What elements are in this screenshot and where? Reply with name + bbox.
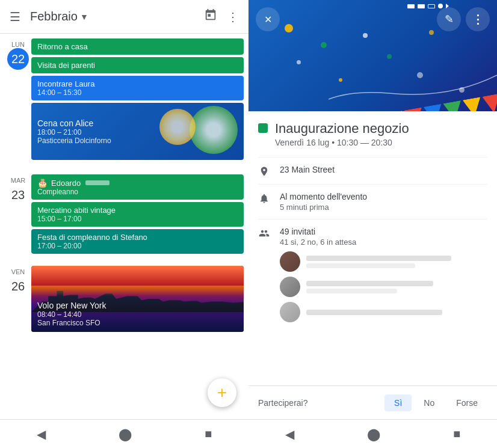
event-birthday-edoardo[interactable]: 🎂 Edoardo Compleanno: [31, 174, 244, 200]
more-vert-icon[interactable]: ⋮: [227, 10, 239, 24]
event-hero: ✕ ✎ ⋮: [248, 0, 497, 111]
attendee-item: [280, 302, 487, 322]
day-section-23: MAR 23 🎂 Edoardo Compleanno Mercatino ab…: [0, 170, 248, 259]
event-title: Visita dei parenti: [37, 61, 238, 70]
flight-title: Volo per New York: [37, 301, 238, 310]
day-section-22: LUN 22 Ritorno a casa Visita dei parenti…: [0, 34, 248, 167]
event-title: Incontrare Laura: [37, 79, 238, 88]
event-cena[interactable]: Cena con Alice 18:00 – 21:00 Pasticceria…: [31, 103, 244, 160]
fab-plus-icon: +: [217, 384, 227, 401]
day-name-26: VEN: [11, 268, 25, 275]
header-icons: ⋮: [204, 8, 239, 25]
event-festa[interactable]: Festa di compleanno di Stefano 17:00 – 2…: [31, 229, 244, 254]
more-button[interactable]: ⋮: [466, 7, 490, 31]
event-incontrare[interactable]: Incontrare Laura 14:00 – 15:30: [31, 76, 244, 100]
close-button[interactable]: ✕: [256, 7, 280, 31]
event-title: Ritorno a casa: [37, 42, 238, 51]
edit-button[interactable]: ✎: [437, 7, 461, 31]
location-row: 23 Main Street: [258, 157, 487, 184]
left-panel: ☰ Febbraio ▼ ⋮ LUN 22 Ritorno a casa: [0, 0, 248, 448]
event-title: Festa di compleanno di Stefano: [37, 233, 238, 242]
rsvp-label: Parteciperai?: [258, 398, 384, 408]
event-time: 14:00 – 15:30: [37, 88, 238, 97]
rsvp-no-button[interactable]: No: [414, 394, 444, 411]
event-date: Venerdì 16 lug • 10:30 — 20:30: [275, 138, 409, 147]
day-events-23: 🎂 Edoardo Compleanno Mercatino abiti vin…: [31, 174, 244, 259]
cena-location: Pasticceria Dolcinforno: [37, 137, 238, 145]
notification-primary: Al momento dell'evento: [280, 192, 487, 201]
attendees-count: 49 invitati: [280, 227, 487, 236]
event-time: 15:00 – 17:00: [37, 215, 238, 223]
notification-row: Al momento dell'evento 5 minuti prima: [258, 184, 487, 219]
flight-location: San Francisco SFO: [37, 319, 238, 327]
fab-button[interactable]: +: [208, 378, 236, 407]
menu-icon[interactable]: ☰: [10, 10, 20, 24]
edit-icon: ✎: [445, 13, 454, 26]
left-header: ☰ Febbraio ▼ ⋮: [0, 0, 248, 34]
day-label-23: MAR 23: [5, 174, 31, 259]
attendee-item: [280, 251, 487, 272]
event-ritorno[interactable]: Ritorno a casa: [31, 38, 244, 55]
attendees-detail: 41 si, 2 no, 6 in attesa: [280, 238, 487, 247]
day-name-22: LUN: [11, 41, 25, 48]
event-title: Mercatino abiti vintage: [37, 206, 238, 215]
event-flight[interactable]: Volo per New York 08:40 – 14:40 San Fran…: [31, 266, 244, 332]
square-button[interactable]: ■: [453, 427, 460, 441]
birthday-title: Edoardo: [51, 179, 81, 188]
attendees-row: 49 invitati 41 si, 2 no, 6 in attesa: [258, 219, 487, 330]
back-button[interactable]: ◀: [37, 427, 46, 441]
square-button[interactable]: ■: [205, 427, 212, 441]
day-number-23: 23: [7, 184, 29, 206]
day-number-26: 26: [7, 275, 29, 297]
event-main-title: Inaugurazione negozio: [275, 121, 409, 137]
rsvp-options: Sì No Forse: [384, 394, 487, 411]
day-label-22: LUN 22: [5, 38, 31, 167]
dropdown-arrow-icon: ▼: [80, 12, 88, 22]
hero-actions: ✕ ✎ ⋮: [256, 7, 490, 31]
event-color-indicator: [258, 123, 268, 133]
back-button[interactable]: ◀: [285, 427, 294, 441]
day-events-22: Ritorno a casa Visita dei parenti Incont…: [31, 38, 244, 167]
home-button[interactable]: ⬤: [367, 427, 380, 441]
event-visita[interactable]: Visita dei parenti: [31, 57, 244, 73]
event-mercatino[interactable]: Mercatino abiti vintage 15:00 – 17:00: [31, 202, 244, 227]
day-events-26: Volo per New York 08:40 – 14:40 San Fran…: [31, 266, 244, 337]
day-name-23: MAR: [11, 177, 25, 184]
close-icon: ✕: [264, 14, 272, 25]
rsvp-si-button[interactable]: Sì: [384, 394, 412, 411]
left-bottom-nav: ◀ ⬤ ■: [0, 419, 248, 448]
home-button[interactable]: ⬤: [119, 427, 132, 441]
location-text: 23 Main Street: [280, 165, 487, 174]
event-detail-content: Inaugurazione negozio Venerdì 16 lug • 1…: [248, 111, 497, 385]
month-title[interactable]: Febbraio ▼: [30, 10, 204, 23]
day-label-26: VEN 26: [5, 266, 31, 337]
calendar-icon[interactable]: [204, 8, 217, 25]
bell-icon: [258, 193, 270, 204]
attendee-item: [280, 277, 487, 297]
rsvp-bar: Parteciperai? Sì No Forse: [248, 385, 497, 419]
right-panel: ✕ ✎ ⋮ Inaugurazione negozio Venerdì 16 l…: [248, 0, 497, 448]
more-icon: ⋮: [472, 12, 484, 26]
day-section-26: VEN 26 Volo per New York 08:40 – 14:40 S…: [0, 261, 248, 337]
event-title-section: Inaugurazione negozio Venerdì 16 lug • 1…: [258, 121, 487, 147]
month-label: Febbraio: [30, 10, 78, 23]
rsvp-forse-button[interactable]: Forse: [446, 394, 487, 411]
people-icon: [258, 228, 270, 239]
location-icon: [258, 166, 270, 177]
notification-secondary: 5 minuti prima: [280, 203, 487, 212]
flight-time: 08:40 – 14:40: [37, 310, 238, 319]
calendar-content: LUN 22 Ritorno a casa Visita dei parenti…: [0, 34, 248, 419]
right-bottom-nav: ◀ ⬤ ■: [248, 419, 497, 448]
day-number-22: 22: [7, 48, 29, 70]
event-time: 17:00 – 20:00: [37, 242, 238, 250]
cena-title: Cena con Alice: [37, 118, 238, 128]
birthday-subtitle: Compleanno: [37, 188, 238, 196]
cena-time: 18:00 – 21:00: [37, 128, 238, 137]
